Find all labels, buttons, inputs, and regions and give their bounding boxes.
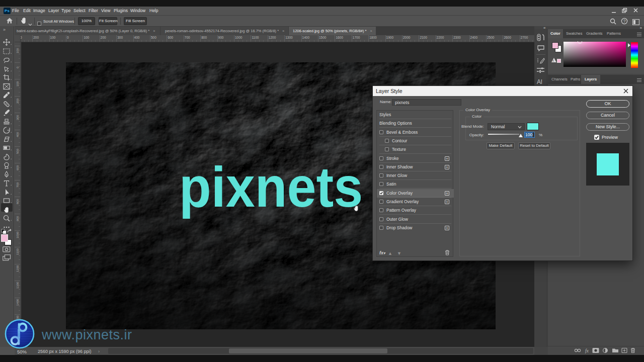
svg-text:fx: fx [585, 348, 589, 353]
svg-text:?: ? [623, 19, 626, 24]
